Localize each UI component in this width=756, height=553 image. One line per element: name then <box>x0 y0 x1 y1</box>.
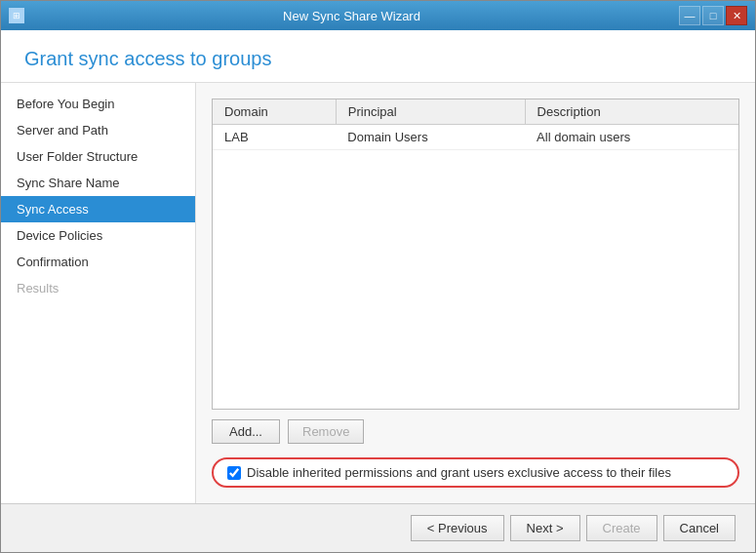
sidebar-item-user-folder-structure[interactable]: User Folder Structure <box>1 143 195 170</box>
sidebar: Before You Begin Server and Path User Fo… <box>1 83 196 503</box>
sidebar-item-server-and-path[interactable]: Server and Path <box>1 117 195 143</box>
disable-permissions-checkbox[interactable] <box>227 466 241 480</box>
permissions-checkbox-row: Disable inherited permissions and grant … <box>212 457 739 488</box>
disable-permissions-label: Disable inherited permissions and grant … <box>247 465 671 480</box>
col-domain: Domain <box>213 99 336 125</box>
next-button[interactable]: Next > <box>510 515 580 541</box>
footer: < Previous Next > Create Cancel <box>1 503 755 552</box>
minimize-button[interactable]: — <box>679 6 700 25</box>
table-action-buttons: Add... Remove <box>212 419 739 444</box>
close-button[interactable]: ✕ <box>726 6 747 25</box>
sidebar-item-before-you-begin[interactable]: Before You Begin <box>1 91 195 117</box>
content-area: Grant sync access to groups Before You B… <box>1 30 755 552</box>
sidebar-item-sync-share-name[interactable]: Sync Share Name <box>1 170 195 196</box>
sidebar-item-confirmation[interactable]: Confirmation <box>1 249 195 275</box>
main-body: Before You Begin Server and Path User Fo… <box>1 83 755 503</box>
sidebar-item-results: Results <box>1 275 195 301</box>
col-principal: Principal <box>336 99 525 125</box>
sidebar-item-device-policies[interactable]: Device Policies <box>1 222 195 249</box>
page-title: Grant sync access to groups <box>24 48 732 70</box>
sidebar-item-sync-access[interactable]: Sync Access <box>1 196 195 222</box>
cell-domain: LAB <box>213 125 336 150</box>
title-bar: ⊞ New Sync Share Wizard — □ ✕ <box>1 1 755 30</box>
remove-button[interactable]: Remove <box>288 419 364 444</box>
cancel-button[interactable]: Cancel <box>663 515 736 541</box>
access-table: Domain Principal Description LAB Domain … <box>213 99 738 150</box>
page-header: Grant sync access to groups <box>1 30 755 83</box>
main-window: ⊞ New Sync Share Wizard — □ ✕ Grant sync… <box>0 0 756 553</box>
access-table-container: Domain Principal Description LAB Domain … <box>212 99 739 410</box>
cell-principal: Domain Users <box>336 125 525 150</box>
maximize-button[interactable]: □ <box>702 6 724 25</box>
window-title: New Sync Share Wizard <box>24 9 679 23</box>
previous-button[interactable]: < Previous <box>411 515 504 541</box>
app-icon: ⊞ <box>9 8 24 23</box>
table-row[interactable]: LAB Domain Users All domain users <box>213 125 738 150</box>
window-controls: — □ ✕ <box>679 6 747 25</box>
col-description: Description <box>525 99 738 125</box>
create-button[interactable]: Create <box>586 515 657 541</box>
add-button[interactable]: Add... <box>212 419 280 444</box>
table-header-row: Domain Principal Description <box>213 99 738 125</box>
cell-description: All domain users <box>525 125 738 150</box>
right-panel: Domain Principal Description LAB Domain … <box>196 83 755 503</box>
